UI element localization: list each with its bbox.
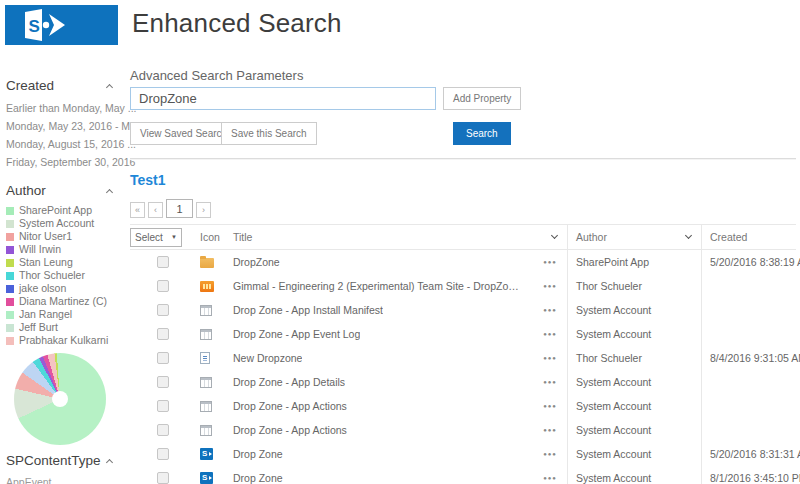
result-title-link[interactable]: Drop Zone bbox=[233, 472, 283, 484]
created-section-title: Created bbox=[6, 78, 54, 93]
row-checkbox[interactable] bbox=[157, 304, 169, 316]
search-button[interactable]: Search bbox=[453, 122, 511, 145]
row-checkbox[interactable] bbox=[157, 424, 169, 436]
advanced-search-panel: Advanced Search Parameters Add Property … bbox=[130, 68, 796, 156]
created-filter-item[interactable]: Monday, May 23, 2016 - M.. bbox=[6, 117, 126, 135]
result-author: System Account bbox=[576, 424, 651, 436]
result-title-link[interactable]: Drop Zone - App Event Log bbox=[233, 328, 360, 340]
list-icon bbox=[200, 425, 212, 436]
author-filter-label: Jeff Burt bbox=[19, 321, 58, 334]
author-filter-item[interactable]: Diana Martinez (C) bbox=[6, 295, 126, 308]
author-filter-item[interactable]: Stan Leung bbox=[6, 256, 126, 269]
more-options-button[interactable]: ●●● bbox=[543, 475, 557, 481]
more-options-button[interactable]: ●●● bbox=[543, 427, 557, 433]
save-this-search-button[interactable]: Save this Search bbox=[221, 122, 317, 145]
page-title: Enhanced Search bbox=[132, 8, 342, 39]
author-filter-label: Diana Martinez (C) bbox=[19, 295, 107, 308]
result-title-link[interactable]: Gimmal - Engineering 2 (Experimental) Te… bbox=[233, 280, 523, 292]
row-checkbox[interactable] bbox=[157, 328, 169, 340]
table-row: Drop Zone - App Actions●●● System Accoun… bbox=[130, 418, 796, 442]
result-title-link[interactable]: DropZone bbox=[233, 256, 280, 268]
author-filter-label: Will Irwin bbox=[19, 243, 61, 256]
dropdown-arrow-icon: ▼ bbox=[171, 234, 177, 240]
table-row: Gimmal - Engineering 2 (Experimental) Te… bbox=[130, 274, 796, 298]
created-filter-item[interactable]: Monday, August 15, 2016 ... bbox=[6, 135, 126, 153]
search-query-input[interactable] bbox=[130, 87, 436, 110]
row-checkbox[interactable] bbox=[157, 280, 169, 292]
row-checkbox[interactable] bbox=[157, 400, 169, 412]
previous-page-button[interactable]: ‹ bbox=[148, 202, 163, 218]
row-checkbox[interactable] bbox=[157, 352, 169, 364]
section-divider bbox=[130, 158, 796, 160]
next-page-button[interactable]: › bbox=[196, 202, 211, 218]
more-options-button[interactable]: ●●● bbox=[543, 379, 557, 385]
collapse-chevron-icon[interactable] bbox=[106, 188, 113, 195]
author-filter-item[interactable]: Jeff Burt bbox=[6, 321, 126, 334]
created-filter-list: Earlier than Monday, May ... Monday, May… bbox=[6, 99, 126, 171]
legend-swatch-icon bbox=[6, 207, 14, 215]
author-filter-label: Prabhakar Kulkarni bbox=[19, 334, 108, 347]
author-column-header[interactable]: Author bbox=[576, 231, 607, 243]
content-type-filter-item[interactable]: AppEvent bbox=[6, 474, 126, 484]
first-page-button[interactable]: « bbox=[130, 202, 145, 218]
pie-donut-hole bbox=[52, 391, 68, 407]
author-filter-item[interactable]: Will Irwin bbox=[6, 243, 126, 256]
chevron-down-icon[interactable] bbox=[551, 232, 558, 239]
result-title-link[interactable]: Drop Zone bbox=[233, 448, 283, 460]
author-filter-label: System Account bbox=[19, 217, 94, 230]
result-title-link[interactable]: Drop Zone - App Install Manifest bbox=[233, 304, 383, 316]
created-section-header[interactable]: Created bbox=[6, 78, 126, 93]
row-checkbox[interactable] bbox=[157, 472, 169, 484]
add-property-button[interactable]: Add Property bbox=[443, 87, 521, 110]
select-dropdown[interactable]: Select ▼ bbox=[130, 228, 182, 247]
row-checkbox[interactable] bbox=[157, 256, 169, 268]
row-checkbox[interactable] bbox=[157, 376, 169, 388]
legend-swatch-icon bbox=[6, 272, 14, 280]
results-tab-test1[interactable]: Test1 bbox=[130, 172, 166, 188]
legend-swatch-icon bbox=[6, 285, 14, 293]
author-filter-item[interactable]: SharePoint App bbox=[6, 204, 126, 217]
chevron-down-icon[interactable] bbox=[685, 232, 692, 239]
legend-swatch-icon bbox=[6, 246, 14, 254]
result-title-link[interactable]: Drop Zone - App Actions bbox=[233, 424, 347, 436]
result-title-link[interactable]: New Dropzone bbox=[233, 352, 302, 364]
author-filter-item[interactable]: Jan Rangel bbox=[6, 308, 126, 321]
created-filter-item[interactable]: Friday, September 30, 2016 bbox=[6, 153, 126, 171]
result-title-link[interactable]: Drop Zone - App Details bbox=[233, 376, 345, 388]
author-filter-item[interactable]: Nitor User1 bbox=[6, 230, 126, 243]
list-icon bbox=[200, 305, 212, 316]
created-filter-item[interactable]: Earlier than Monday, May ... bbox=[6, 99, 126, 117]
results-table-header: Select ▼ Icon Title Author Created bbox=[130, 224, 796, 250]
result-author: System Account bbox=[576, 328, 651, 340]
author-filter-item[interactable]: Prabhakar Kulkarni bbox=[6, 334, 126, 347]
legend-swatch-icon bbox=[6, 298, 14, 306]
legend-swatch-icon bbox=[6, 259, 14, 267]
list-icon bbox=[200, 401, 212, 412]
folder-icon bbox=[200, 258, 214, 268]
author-section-header[interactable]: Author bbox=[6, 183, 126, 198]
author-filter-item[interactable]: jake olson bbox=[6, 282, 126, 295]
content-type-section-header[interactable]: SPContentType bbox=[6, 453, 126, 468]
site-icon bbox=[200, 281, 214, 292]
author-filter-label: SharePoint App bbox=[19, 204, 92, 217]
result-title-link[interactable]: Drop Zone - App Actions bbox=[233, 400, 347, 412]
result-created: 8/4/2016 9:31:05 AM bbox=[710, 352, 800, 364]
title-column-header[interactable]: Title bbox=[233, 231, 252, 243]
more-options-button[interactable]: ●●● bbox=[543, 355, 557, 361]
author-filter-item[interactable]: System Account bbox=[6, 217, 126, 230]
current-page-indicator[interactable]: 1 bbox=[166, 199, 193, 218]
more-options-button[interactable]: ●●● bbox=[543, 451, 557, 457]
legend-swatch-icon bbox=[6, 337, 14, 345]
more-options-button[interactable]: ●●● bbox=[543, 307, 557, 313]
collapse-chevron-icon[interactable] bbox=[106, 458, 113, 465]
more-options-button[interactable]: ●●● bbox=[543, 283, 557, 289]
content-type-section-title: SPContentType bbox=[6, 453, 101, 468]
collapse-chevron-icon[interactable] bbox=[106, 83, 113, 90]
more-options-button[interactable]: ●●● bbox=[543, 403, 557, 409]
more-options-button[interactable]: ●●● bbox=[543, 259, 557, 265]
author-filter-item[interactable]: Thor Schueler bbox=[6, 269, 126, 282]
result-author: Thor Schueler bbox=[576, 352, 642, 364]
created-column-header[interactable]: Created bbox=[710, 231, 747, 243]
row-checkbox[interactable] bbox=[157, 448, 169, 460]
more-options-button[interactable]: ●●● bbox=[543, 331, 557, 337]
